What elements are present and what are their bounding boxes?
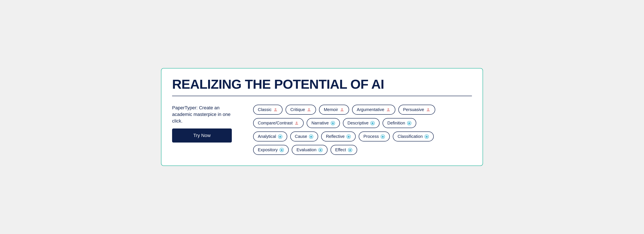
tag-descriptive[interactable]: Descriptive <box>343 118 380 128</box>
person-icon <box>340 108 344 112</box>
tags-row-1: Classic Critique <box>253 105 472 115</box>
tag-expository[interactable]: Expository <box>253 145 289 155</box>
tag-classification-label: Classification <box>398 134 423 139</box>
svg-marker-23 <box>280 148 284 151</box>
tag-descriptive-label: Descriptive <box>348 120 369 125</box>
tag-argumentative-label: Argumentative <box>357 107 384 112</box>
tag-expository-label: Expository <box>258 147 278 152</box>
page-title: REALIZING THE POTENTIAL OF AI <box>172 77 472 92</box>
tag-reflective[interactable]: Reflective <box>321 131 356 141</box>
tag-argumentative[interactable]: Argumentative <box>352 105 395 115</box>
svg-marker-11 <box>408 122 411 124</box>
svg-point-0 <box>275 108 276 110</box>
star-icon <box>279 148 284 152</box>
star-icon <box>346 134 351 139</box>
tag-classification[interactable]: Classification <box>393 131 434 141</box>
tag-effect-label: Effect <box>335 147 346 152</box>
svg-marker-15 <box>310 135 313 138</box>
svg-marker-19 <box>382 135 384 138</box>
tag-definition[interactable]: Definition <box>382 118 416 128</box>
svg-point-3 <box>388 108 389 110</box>
tag-evaluation[interactable]: Evaluation <box>292 145 327 155</box>
star-icon <box>330 121 335 125</box>
person-icon <box>386 108 391 112</box>
tag-critique[interactable]: Critique <box>286 105 316 115</box>
main-card: REALIZING THE POTENTIAL OF AI PaperTyper… <box>161 68 483 166</box>
svg-marker-27 <box>349 148 352 151</box>
tag-definition-label: Definition <box>387 120 405 125</box>
svg-point-4 <box>427 108 429 110</box>
tag-process-label: Process <box>363 134 379 139</box>
try-now-button[interactable]: Try Now <box>172 128 232 142</box>
person-icon <box>294 121 299 125</box>
person-icon <box>426 108 430 112</box>
star-icon <box>407 121 412 125</box>
tag-compare-contrast-label: Compare/Contrast <box>258 120 292 125</box>
tag-process[interactable]: Process <box>359 131 390 141</box>
tag-classic[interactable]: Classic <box>253 105 282 115</box>
tag-classic-label: Classic <box>258 107 272 112</box>
tag-critique-label: Critique <box>290 107 305 112</box>
star-icon <box>278 134 282 139</box>
tag-analytical[interactable]: Analytical <box>253 131 287 141</box>
tag-memoir-label: Memoir <box>324 107 338 112</box>
tag-memoir[interactable]: Memoir <box>319 105 349 115</box>
tags-panel: Classic Critique <box>253 105 472 155</box>
tag-reflective-label: Reflective <box>326 134 344 139</box>
star-icon <box>370 121 375 125</box>
tags-row-3: Analytical Cause <box>253 131 472 141</box>
tag-cause-label: Cause <box>295 134 307 139</box>
svg-marker-13 <box>279 135 282 138</box>
person-icon <box>273 108 278 112</box>
svg-point-5 <box>296 121 298 123</box>
svg-marker-21 <box>425 135 428 138</box>
svg-marker-17 <box>347 135 350 138</box>
svg-point-1 <box>308 108 310 110</box>
left-panel: PaperTyper: Create an academic masterpic… <box>172 105 240 142</box>
tag-compare-contrast[interactable]: Compare/Contrast <box>253 118 304 128</box>
svg-point-2 <box>341 108 343 110</box>
tag-evaluation-label: Evaluation <box>296 147 316 152</box>
svg-marker-7 <box>332 122 334 124</box>
tag-effect[interactable]: Effect <box>330 145 357 155</box>
star-icon <box>424 134 429 139</box>
person-icon <box>307 108 311 112</box>
star-icon <box>348 148 352 152</box>
tagline: PaperTyper: Create an academic masterpic… <box>172 105 240 124</box>
divider <box>172 96 472 96</box>
star-icon <box>318 148 323 152</box>
content-row: PaperTyper: Create an academic masterpic… <box>172 105 472 155</box>
star-icon <box>380 134 385 139</box>
svg-marker-9 <box>371 122 374 124</box>
star-icon <box>309 134 314 139</box>
tags-row-4: Expository Evaluation <box>253 145 472 155</box>
tag-persuasive-label: Persuasive <box>403 107 424 112</box>
tag-cause[interactable]: Cause <box>290 131 318 141</box>
svg-marker-25 <box>319 148 322 151</box>
tag-persuasive[interactable]: Persuasive <box>398 105 435 115</box>
tag-analytical-label: Analytical <box>258 134 276 139</box>
tag-narrative-label: Narrative <box>311 120 328 125</box>
tags-row-2: Compare/Contrast Narrative <box>253 118 472 128</box>
tag-narrative[interactable]: Narrative <box>307 118 340 128</box>
